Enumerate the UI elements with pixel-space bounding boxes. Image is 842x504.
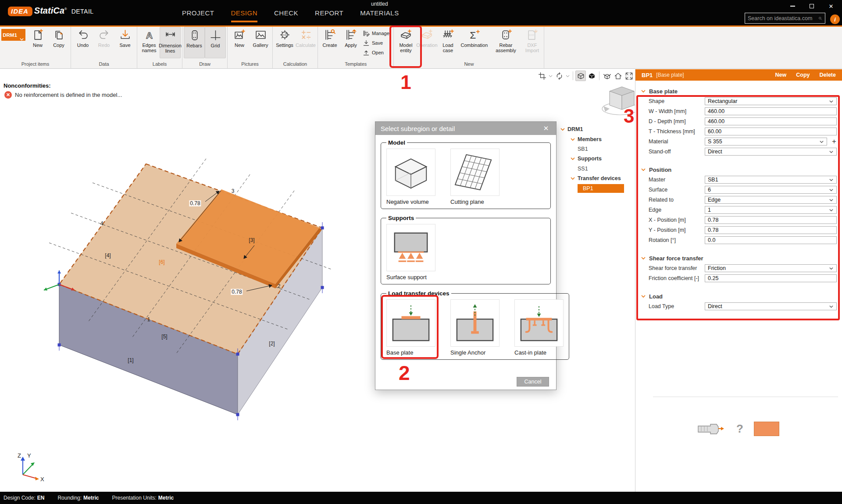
chevron-down-icon[interactable] [570,157,575,160]
new-button[interactable]: New [775,72,787,78]
section-header[interactable]: Load [641,292,837,301]
close-icon[interactable]: ✕ [826,2,836,11]
tile-base-plate[interactable]: Base plate2 [386,299,435,356]
project-selector[interactable]: DRM1 [1,29,25,41]
home-icon[interactable] [613,71,623,81]
dialog-group-load-transfer-devices: Load transfer devicesBase plate2Single A… [381,290,569,360]
chevron-down-icon[interactable] [570,138,575,141]
maximize-icon[interactable] [807,2,817,11]
ribbon-button-save[interactable]: Save [114,27,136,58]
tree-item-ss1[interactable]: SS1 [558,164,635,174]
input-d-depth-mm[interactable]: 460.00 [705,117,837,125]
svg-text:Σ: Σ [470,29,476,41]
select-material[interactable]: S 355 [705,138,827,146]
ribbon-button-apply[interactable]: Apply [340,27,361,58]
tree-item-transfer-devices[interactable]: Transfer devices [558,174,635,183]
ribbon-button-redo[interactable]: Redo [93,27,114,58]
property-row-edge: Edge1 [649,206,837,214]
ribbon-group-labels: AEdges namesDimension linesLabels [137,27,182,69]
ribbon-button-operation[interactable]: Operation [416,27,437,58]
select-master[interactable]: SB1 [705,176,837,184]
menu-tab-materials[interactable]: MATERIALS [360,9,399,22]
tree-item-bp1[interactable]: BP1 [558,183,635,193]
caret-down-icon [829,266,834,271]
delete-button[interactable]: Delete [819,72,836,78]
section-header[interactable]: Base plate [641,87,837,96]
ribbon-button-save[interactable]: Save [361,39,392,47]
search-input[interactable] [748,15,818,21]
caret-down-icon[interactable] [548,71,553,81]
ribbon-button-undo[interactable]: Undo [72,27,93,58]
dialog-header[interactable]: Select subregion or detail ✕ [375,122,556,135]
input-friction-coefficient[interactable]: 0.25 [705,274,837,282]
tile-single-anchor[interactable]: Single Anchor [450,299,499,356]
ribbon-button-gallery[interactable]: Gallery [250,27,271,58]
ribbon-button-settings[interactable]: </>Settings [274,27,295,58]
select-edge[interactable]: 1 [705,206,837,214]
ribbon-button-new[interactable]: New [229,27,250,58]
dialog-title: Select subregion or detail [381,125,455,132]
fullscreen-icon[interactable] [624,71,634,81]
add-material-button[interactable]: + [830,138,838,146]
input-t-thickness-mm[interactable]: 60.00 [705,128,837,135]
ribbon-button-dimension-lines[interactable]: Dimension lines [160,27,181,58]
cancel-button[interactable]: Cancel [517,377,549,387]
input-y-position-m[interactable]: 0.78 [705,226,837,234]
status-bar: Design Code:ENRounding:MetricPresentatio… [0,492,842,504]
menu-tab-project[interactable]: PROJECT [182,9,214,22]
section-header[interactable]: Shear force transfer [641,254,837,263]
input-rotation[interactable]: 0.0 [705,236,837,244]
ribbon-button-calculate[interactable]: Calculate [295,27,316,58]
select-surface[interactable]: 6 [705,186,837,194]
ribbon-button-new[interactable]: New [27,27,48,58]
input-w-width-mm[interactable]: 460.00 [705,107,837,115]
ribbon-button-grid[interactable]: Grid [205,27,226,58]
search-box[interactable] [745,13,825,24]
edges-names-icon: A [143,29,155,41]
caret-down-icon[interactable] [565,71,571,81]
minimize-icon[interactable] [788,2,797,11]
select-shape[interactable]: Rectangular [705,97,837,105]
tile-surface-support[interactable]: Surface support [386,224,435,280]
ribbon-button-dxf-import[interactable]: DXFDXF Import [521,27,542,58]
ribbon-button-load-case[interactable]: Load case [437,27,458,58]
ribbon-button-create[interactable]: Create [319,27,340,58]
ribbon-button-rebars[interactable]: Rebars [184,27,205,58]
ribbon-button-combination[interactable]: ΣCombination [458,27,490,58]
section-header[interactable]: Position [641,165,837,174]
ribbon-button-edges-names[interactable]: AEdges names [139,27,160,58]
select-stand-off[interactable]: Direct [705,148,837,156]
ribbon-button-model-entity[interactable]: Model entity1 [395,27,416,58]
solid-cube-icon[interactable] [586,71,597,81]
copy-button[interactable]: Copy [796,72,810,78]
tree-item-sb1[interactable]: SB1 [558,144,635,154]
info-badge[interactable]: i [830,14,840,24]
property-row-x-position-m: X - Position [m]0.78 [649,216,837,224]
tile-cast-in-plate[interactable]: Cast-in plate [514,299,564,356]
input-x-position-m[interactable]: 0.78 [705,216,837,224]
select-load-type[interactable]: Direct [705,302,837,310]
base-plate-icon [386,299,435,347]
chevron-down-icon[interactable] [570,177,575,180]
menu-tab-check[interactable]: CHECK [274,9,298,22]
tile-cutting-plane[interactable]: Cutting plane [450,149,499,205]
select-shear-force-transfer[interactable]: Friction [705,264,837,272]
section-crop-icon[interactable] [537,71,547,81]
menu-tab-design[interactable]: DESIGN [231,9,258,22]
close-icon[interactable]: ✕ [541,124,551,132]
ribbon-button-open[interactable]: Open [361,49,392,57]
property-label: W - Width [mm] [649,108,686,114]
rotate-view-icon[interactable] [554,71,564,81]
tree-item-members[interactable]: Members [558,134,635,144]
ribbon-button-rebar-assembly[interactable]: Rebar assembly [490,27,521,58]
property-row-rotation: Rotation [°]0.0 [649,236,837,244]
open-box-icon[interactable] [602,71,612,81]
tree-item-supports[interactable]: Supports [558,154,635,163]
tile-negative-volume[interactable]: Negative volume [386,149,435,205]
wireframe-cube-icon[interactable] [575,71,586,81]
ribbon-button-copy[interactable]: Copy [48,27,69,58]
ribbon-button-manager[interactable]: Manager [361,29,392,37]
select-related-to[interactable]: Edge [705,196,837,204]
chevron-down-icon[interactable] [560,128,565,131]
menu-tab-report[interactable]: REPORT [315,9,343,22]
